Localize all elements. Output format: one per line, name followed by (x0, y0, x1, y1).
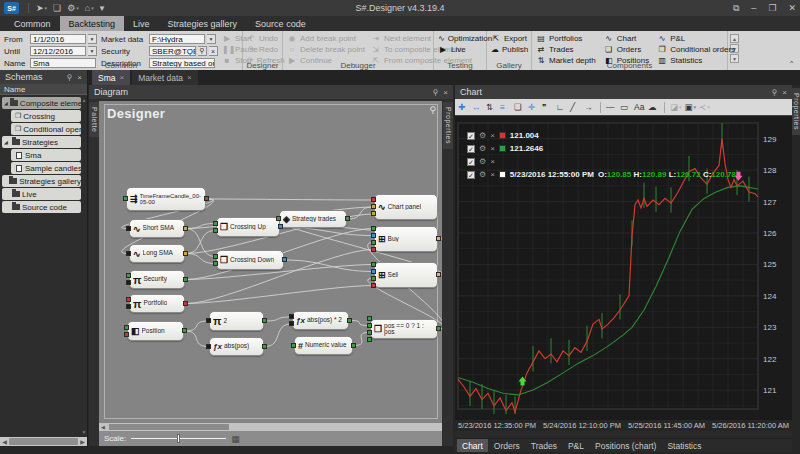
portfolios-icon[interactable]: ▤Portfolios (536, 33, 596, 44)
output-port-red[interactable] (183, 301, 188, 306)
input-port-black[interactable] (289, 314, 294, 319)
input-port-green[interactable] (367, 330, 372, 335)
home-icon[interactable]: ⌂▾ (85, 3, 94, 13)
palette-tab[interactable]: Palette (89, 102, 99, 137)
input-port-red[interactable] (124, 332, 129, 337)
expander-icon[interactable]: ◢ (4, 139, 10, 145)
arrow-tool-icon[interactable]: → (584, 102, 595, 112)
diagram-block-pos_expr[interactable]: ❐pos == 0 ? 1 : pos (370, 319, 438, 339)
sort-icon[interactable]: ⇅ (486, 102, 497, 112)
save-icon[interactable]: ▣▾ (685, 102, 697, 112)
restore-button[interactable]: ❐ (768, 3, 776, 14)
close-icon[interactable]: × (77, 73, 82, 82)
input-port-green[interactable] (371, 226, 376, 231)
chevron-down-icon[interactable]: ▾ (707, 104, 710, 110)
pin-icon[interactable]: ⚲ (432, 88, 438, 97)
input-port-green[interactable] (291, 343, 296, 348)
tree-scrollbar[interactable]: ▲▼ (81, 95, 87, 437)
output-port-orange[interactable] (183, 226, 188, 231)
chevron-down-icon[interactable]: ▼ (88, 34, 97, 44)
from-input[interactable]: 1/1/2016 (30, 34, 86, 44)
pnl-icon[interactable]: ∿P&L (657, 33, 735, 44)
until-input[interactable]: 12/12/2016 (30, 46, 86, 56)
tree-item-crossing[interactable]: ❐Crossing (11, 110, 81, 122)
scroll-right-icon[interactable]: ▶ (78, 438, 87, 445)
output-port-blue[interactable] (278, 224, 283, 229)
orders-icon[interactable]: ❏Orders (604, 44, 649, 55)
gear-icon[interactable]: ⚙▾ (67, 3, 79, 13)
axes-icon[interactable]: ∟ (556, 102, 567, 112)
gear-icon[interactable]: ⚙ (479, 170, 486, 179)
tree-item-live[interactable]: Live (2, 188, 81, 200)
input-port-green[interactable] (123, 196, 128, 201)
rect-tool-icon[interactable]: ▭ (620, 102, 631, 112)
chart-tab-positionschart[interactable]: Positions (chart) (590, 439, 661, 452)
fit-to-screen-icon[interactable]: ▦ (231, 434, 240, 444)
tree-item-sma[interactable]: Sma (11, 149, 81, 161)
output-port-yellow[interactable] (436, 236, 441, 241)
input-port-green[interactable] (367, 323, 372, 328)
security-input[interactable]: SBER@TQBR (149, 46, 196, 56)
input-port-blue[interactable] (371, 269, 376, 274)
schemas-hscrollbar[interactable]: ◀ ▶ (0, 437, 87, 446)
properties-tab[interactable]: Properties (792, 88, 800, 135)
input-port-red[interactable] (371, 247, 376, 252)
close-icon[interactable]: × (490, 157, 495, 166)
input-port-green[interactable] (371, 262, 376, 267)
input-port-red[interactable] (126, 297, 131, 302)
chevron-down-icon[interactable]: ▼ (88, 46, 97, 56)
chart-tab-trades[interactable]: Trades (526, 439, 562, 452)
diagram-block-portfolio[interactable]: πPortfolio (129, 294, 185, 313)
diagram-block-fx_abs2[interactable]: ƒxabs(pos) * 2 (292, 311, 349, 330)
pointer-tool-icon[interactable]: ➤▾ (36, 3, 47, 13)
customize-toolbar-icon[interactable]: ▾ (100, 3, 105, 13)
text-tool-icon[interactable]: Aa (634, 102, 645, 112)
input-port-green[interactable] (213, 254, 218, 259)
line-tool-icon[interactable]: ╱ (570, 102, 581, 112)
scroll-thumb[interactable] (109, 424, 229, 430)
input-port-orange[interactable] (371, 211, 376, 216)
input-port-green[interactable] (371, 240, 376, 245)
chevron-down-icon[interactable]: ▾ (679, 104, 682, 110)
diagram-block-numeric_value[interactable]: #Numeric value (294, 336, 353, 355)
diagram-block-chart_panel[interactable]: ∿Chart panel (374, 194, 438, 220)
output-port-green[interactable] (262, 344, 267, 349)
diagram-block-fx_abs[interactable]: ƒxabs(pos) (209, 337, 264, 356)
output-port-green[interactable] (262, 318, 267, 323)
diagram-block-cross_up[interactable]: ❐Crossing Up (216, 217, 280, 237)
input-port-black[interactable] (126, 304, 131, 309)
output-port-green[interactable] (345, 216, 350, 221)
new-page-icon[interactable]: ❏ (514, 102, 525, 112)
output-port-green[interactable] (347, 318, 352, 323)
visibility-checkbox[interactable]: ✓ (467, 158, 475, 166)
chart-tab-statistics[interactable]: Statistics (662, 439, 706, 452)
output-port-orange[interactable] (183, 251, 188, 256)
ribbon-tab-backtesting[interactable]: Backtesting (60, 16, 125, 31)
zoom-extents-icon[interactable]: ↔ (472, 102, 483, 112)
gear-icon[interactable]: ⚙ (479, 131, 486, 140)
doc-tab-sma[interactable]: Sma× (92, 70, 130, 85)
close-icon[interactable]: × (782, 88, 787, 97)
scale-slider[interactable] (131, 438, 226, 439)
app-logo[interactable]: S# (4, 2, 19, 14)
output-port-blue[interactable] (282, 257, 287, 262)
ribbon-tab-source-code[interactable]: Source code (246, 16, 315, 31)
close-icon[interactable]: × (119, 73, 124, 82)
visibility-checkbox[interactable]: ✓ (467, 145, 475, 153)
output-port-green[interactable] (182, 328, 187, 333)
input-port-green[interactable] (367, 316, 372, 321)
diagram-block-buy[interactable]: ⊞Buy (374, 226, 438, 252)
doc-tab-market-data[interactable]: Market data× (132, 70, 198, 85)
gear-icon[interactable]: ⚙ (479, 144, 486, 153)
chart-icon[interactable]: ∿Chart (604, 33, 649, 44)
diagram-block-cross_down[interactable]: ❐Crossing Down (216, 250, 284, 270)
tree-item-source-code[interactable]: Source code (2, 201, 81, 213)
conditional-orders-icon[interactable]: ❐Conditional orders (657, 44, 735, 55)
pin-icon[interactable]: ⚲ (771, 88, 777, 97)
legend-icon[interactable]: ≡ (500, 102, 511, 112)
collapse-ribbon-icon[interactable]: ⌃ (788, 60, 795, 69)
ribbon-tab-strategies-gallery[interactable]: Strategies gallery (159, 16, 247, 31)
diagram-block-security[interactable]: πSecurity (129, 270, 185, 289)
save-icon[interactable]: ❏ (53, 3, 61, 13)
input-port-black[interactable] (126, 226, 131, 231)
